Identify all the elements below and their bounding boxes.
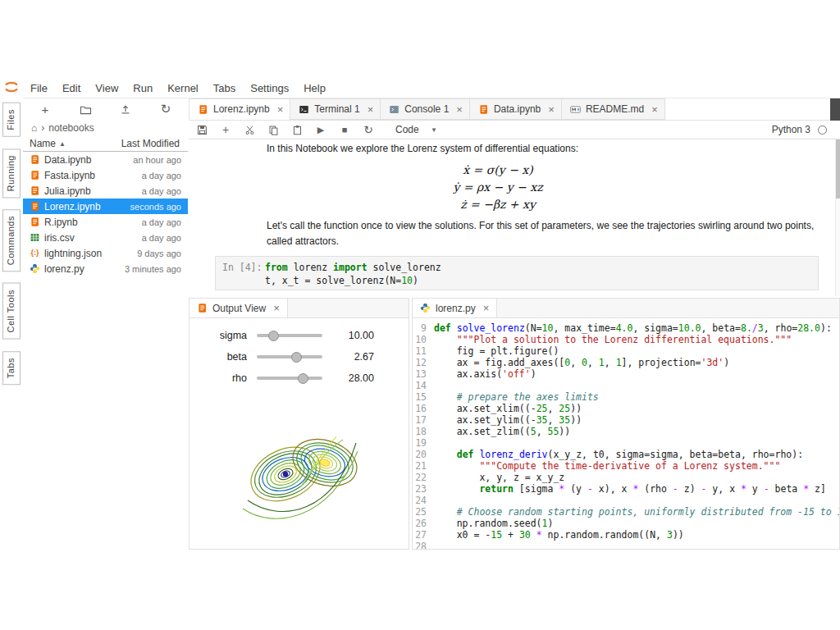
- sidebar-tab-tabs[interactable]: Tabs: [2, 351, 21, 385]
- refresh-button[interactable]: ↻: [158, 102, 173, 116]
- slider-handle[interactable]: [291, 352, 302, 363]
- slider-track[interactable]: [257, 355, 322, 358]
- save-button[interactable]: [195, 123, 208, 136]
- breadcrumb-separator: ›: [41, 122, 44, 134]
- output-view-tab[interactable]: Output View×: [189, 299, 288, 317]
- notebook-icon: [30, 201, 40, 212]
- tab-label: Lorenz.ipynb: [213, 103, 270, 115]
- tab-terminal-1[interactable]: Terminal 1×: [290, 98, 381, 120]
- breadcrumb-folder[interactable]: notebooks: [48, 122, 94, 134]
- copy-cells-button[interactable]: [267, 123, 280, 136]
- tab-data-ipynb[interactable]: Data.ipynb×: [469, 98, 562, 120]
- cell-type-dropdown[interactable]: Code ▾: [395, 124, 436, 135]
- column-last-modified[interactable]: Last Modified: [121, 138, 180, 149]
- file-item-r-ipynb[interactable]: R.ipynba day ago: [23, 214, 188, 230]
- file-browser-panel: + ↻ ⌂ › notebooks Name ▲ Last Modified D…: [23, 98, 188, 550]
- kernel-status-icon[interactable]: [818, 126, 827, 135]
- scrollbar-thumb[interactable]: [836, 139, 840, 199]
- file-item-julia-ipynb[interactable]: Julia.ipynba day ago: [23, 183, 188, 199]
- cut-cells-button[interactable]: [243, 123, 256, 136]
- code-text: return [sigma * (y - x), x * (rho - z) -…: [434, 483, 826, 495]
- menu-item-view[interactable]: View: [88, 82, 126, 94]
- cell-code[interactable]: from lorenz import solve_lorenzt, x_t = …: [265, 261, 441, 287]
- editor-line: 17 ax.set_ylim((-35, 35)): [413, 414, 839, 426]
- menu-item-tabs[interactable]: Tabs: [206, 82, 243, 94]
- tab-lorenz-ipynb[interactable]: Lorenz.ipynb×: [189, 98, 290, 120]
- file-item-data-ipynb[interactable]: Data.ipynban hour ago: [23, 152, 188, 167]
- restart-kernel-button[interactable]: ↻: [362, 123, 375, 136]
- code-text: x0 = -15 + 30 * np.random.random((N, 3)): [434, 529, 684, 541]
- console-icon: [389, 104, 399, 115]
- menu-item-settings[interactable]: Settings: [243, 82, 296, 94]
- jupyter-logo-icon: [3, 80, 20, 94]
- tab-label: README.md: [586, 103, 644, 115]
- sliders: sigma10.00beta2.67rho28.00: [189, 325, 409, 389]
- line-number: 24: [413, 495, 434, 506]
- output-view-tab-bar: Output View×: [189, 299, 409, 318]
- close-icon[interactable]: ×: [273, 302, 280, 314]
- stop-button[interactable]: ■: [338, 123, 351, 136]
- column-name[interactable]: Name ▲: [30, 138, 66, 149]
- slider-track[interactable]: [257, 377, 322, 380]
- file-item-lorenz-ipynb[interactable]: Lorenz.ipynbseconds ago: [23, 199, 188, 214]
- code-text: def lorenz_deriv(x_y_z, t0, sigma=sigma,…: [434, 449, 803, 460]
- file-item-fasta-ipynb[interactable]: Fasta.ipynba day ago: [23, 167, 188, 183]
- editor-line: 19: [413, 437, 839, 449]
- editor-lines[interactable]: 9def solve_lorenz(N=10, max_time=4.0, si…: [413, 318, 839, 549]
- file-name: Data.ipynb: [44, 154, 129, 166]
- line-number: 11: [413, 345, 434, 357]
- menu-item-file[interactable]: File: [23, 82, 55, 94]
- notebook-scrollbar[interactable]: [835, 139, 840, 296]
- file-name: Lorenz.ipynb: [44, 201, 126, 212]
- close-icon[interactable]: ×: [456, 103, 463, 116]
- close-icon[interactable]: ×: [483, 302, 490, 314]
- file-list: Data.ipynban hour agoFasta.ipynba day ag…: [23, 152, 188, 276]
- editor-panel: lorenz.py× 9def solve_lorenz(N=10, max_t…: [412, 298, 840, 550]
- kernel-indicator: Python 3: [772, 124, 833, 135]
- line-number: 17: [413, 414, 434, 426]
- paste-cells-button[interactable]: [290, 123, 304, 136]
- sidebar-tab-commands[interactable]: Commands: [2, 209, 21, 272]
- close-icon[interactable]: ×: [651, 103, 658, 116]
- markdown-icon: [570, 104, 581, 115]
- slider-value: 10.00: [349, 330, 374, 341]
- editor-line: 16 ax.set_xlim((-25, 25)): [413, 403, 839, 414]
- code-text: np.random.seed(1): [434, 518, 553, 529]
- editor-line: 24: [413, 495, 839, 506]
- upload-button[interactable]: [118, 102, 133, 116]
- file-item-lorenz-py[interactable]: lorenz.py3 minutes ago: [23, 261, 188, 276]
- editor-tab[interactable]: lorenz.py×: [413, 299, 497, 317]
- tab-console-1[interactable]: Console 1×: [380, 98, 470, 120]
- run-button[interactable]: ▶: [314, 123, 327, 136]
- slider-handle[interactable]: [268, 331, 279, 341]
- equation-line: ż = −βz + xy: [189, 196, 807, 213]
- slider-track[interactable]: [257, 334, 322, 337]
- home-icon[interactable]: ⌂: [31, 122, 37, 134]
- notebook-icon: [30, 154, 40, 165]
- close-icon[interactable]: ×: [277, 103, 284, 116]
- file-item-lightning-json[interactable]: {:}lightning.json9 days ago: [23, 245, 188, 261]
- editor-line: 10 """Plot a solution to the Lorenz diff…: [413, 334, 839, 345]
- menu-item-edit[interactable]: Edit: [55, 82, 88, 94]
- code-cell[interactable]: In [4]: from lorenz import solve_lorenzt…: [215, 256, 819, 290]
- slider-handle[interactable]: [298, 373, 308, 384]
- close-icon[interactable]: ×: [548, 103, 555, 116]
- file-modified: 9 days ago: [137, 249, 181, 258]
- markdown-cell-intro: In this Notebook we explore the Lorenz s…: [267, 143, 578, 154]
- add-cell-button[interactable]: +: [219, 123, 232, 136]
- close-icon[interactable]: ×: [368, 103, 374, 116]
- sidebar-tab-files[interactable]: Files: [2, 103, 21, 137]
- sidebar-tab-cell-tools[interactable]: Cell Tools: [2, 283, 21, 340]
- tab-readme-md[interactable]: README.md×: [561, 98, 665, 120]
- menu-item-run[interactable]: Run: [126, 82, 160, 94]
- menu-item-help[interactable]: Help: [296, 82, 333, 94]
- file-item-iris-csv[interactable]: iris.csva day ago: [23, 230, 188, 245]
- line-number: 12: [413, 357, 434, 368]
- new-launcher-button[interactable]: +: [38, 102, 52, 116]
- menu-item-kernel[interactable]: Kernel: [160, 82, 206, 94]
- equation-line: ẏ = ρx − y − xz: [189, 179, 807, 196]
- sidebar-tab-running[interactable]: Running: [2, 148, 21, 198]
- kernel-name[interactable]: Python 3: [772, 124, 810, 135]
- notebook-icon: [30, 217, 40, 227]
- new-folder-button[interactable]: [78, 102, 93, 116]
